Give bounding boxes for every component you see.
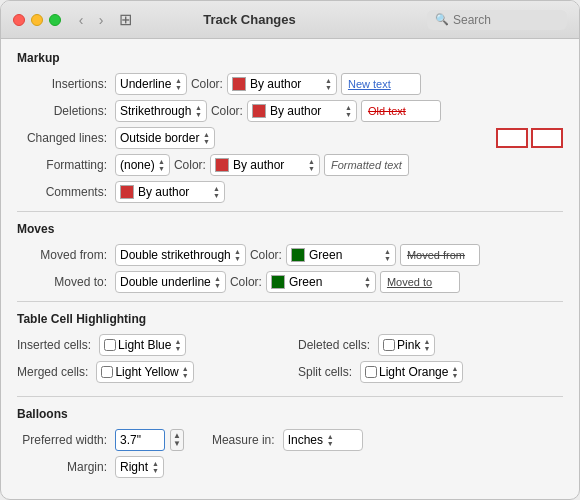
window: ‹ › ⊞ Track Changes 🔍 Markup Insertions:…	[0, 0, 580, 500]
insertions-stepper[interactable]: ▲▼	[175, 77, 182, 91]
split-cells-stepper[interactable]: ▲▼	[451, 365, 458, 379]
moved-from-preview: Moved from	[400, 244, 480, 266]
moved-from-color-stepper[interactable]: ▲▼	[384, 248, 391, 262]
minimize-button[interactable]	[31, 14, 43, 26]
inserted-cells-row: Inserted cells: Light Blue ▲▼	[17, 334, 282, 356]
moved-to-color-select[interactable]: Green ▲▼	[266, 271, 376, 293]
comments-color-value: By author	[138, 185, 208, 199]
merged-cells-select[interactable]: Light Yellow ▲▼	[96, 361, 193, 383]
insertions-color-select[interactable]: By author ▲▼	[227, 73, 337, 95]
moved-to-color-label: Color:	[230, 275, 262, 289]
moved-from-row: Moved from: Double strikethrough ▲▼ Colo…	[17, 244, 563, 266]
moved-to-select[interactable]: Double underline ▲▼	[115, 271, 226, 293]
deletions-color-value: By author	[270, 104, 340, 118]
maximize-button[interactable]	[49, 14, 61, 26]
formatting-color-stepper[interactable]: ▲▼	[308, 158, 315, 172]
insertions-color-value: By author	[250, 77, 320, 91]
balloons-width-row: Preferred width: ▲ ▼ Measure in: Inches …	[17, 429, 563, 451]
formatting-row: Formatting: (none) ▲▼ Color: By author ▲…	[17, 154, 563, 176]
deleted-cells-label: Deleted cells:	[298, 338, 370, 352]
preferred-width-input[interactable]	[115, 429, 165, 451]
insertions-color-label: Color:	[191, 77, 223, 91]
split-cells-checkbox[interactable]	[365, 366, 377, 378]
moved-to-row: Moved to: Double underline ▲▼ Color: Gre…	[17, 271, 563, 293]
merged-cells-label: Merged cells:	[17, 365, 88, 379]
deletions-dropdown[interactable]: Strikethrough	[120, 104, 192, 118]
merged-cells-checkbox-wrap	[101, 366, 113, 378]
measure-in-dropdown[interactable]: Inches	[288, 433, 324, 447]
deletions-color-select[interactable]: By author ▲▼	[247, 100, 357, 122]
moved-from-stepper[interactable]: ▲▼	[234, 248, 241, 262]
merged-cells-stepper[interactable]: ▲▼	[182, 365, 189, 379]
moved-from-preview-text: Moved from	[407, 249, 465, 261]
split-cells-row: Split cells: Light Orange ▲▼	[298, 361, 563, 383]
moved-from-color-label: Color:	[250, 248, 282, 262]
split-cells-checkbox-wrap	[365, 366, 377, 378]
changed-lines-label: Changed lines:	[17, 131, 107, 145]
deletions-color-stepper[interactable]: ▲▼	[345, 104, 352, 118]
moved-to-stepper[interactable]: ▲▼	[214, 275, 221, 289]
insertions-color-swatch	[232, 77, 246, 91]
deletions-stepper[interactable]: ▲▼	[195, 104, 202, 118]
formatting-stepper[interactable]: ▲▼	[158, 158, 165, 172]
comments-color-stepper[interactable]: ▲▼	[213, 185, 220, 199]
measure-in-stepper[interactable]: ▲▼	[327, 433, 334, 447]
split-cells-label: Split cells:	[298, 365, 352, 379]
comments-color-select[interactable]: By author ▲▼	[115, 181, 225, 203]
split-cells-select[interactable]: Light Orange ▲▼	[360, 361, 463, 383]
changed-lines-preview-box2	[531, 128, 563, 148]
deleted-cells-select[interactable]: Pink ▲▼	[378, 334, 435, 356]
inserted-cells-select[interactable]: Light Blue ▲▼	[99, 334, 186, 356]
deleted-cells-stepper[interactable]: ▲▼	[423, 338, 430, 352]
insertions-select[interactable]: Underline ▲▼	[115, 73, 187, 95]
formatting-color-swatch	[215, 158, 229, 172]
formatting-color-value: By author	[233, 158, 303, 172]
table-cell-grid: Inserted cells: Light Blue ▲▼ Merged cel…	[17, 334, 563, 388]
margin-dropdown[interactable]: Right	[120, 460, 149, 474]
margin-select[interactable]: Right ▲▼	[115, 456, 164, 478]
deletions-label: Deletions:	[17, 104, 107, 118]
insertions-dropdown[interactable]: Underline	[120, 77, 172, 91]
formatting-label: Formatting:	[17, 158, 107, 172]
moved-to-color-stepper[interactable]: ▲▼	[364, 275, 371, 289]
formatting-preview: Formatted text	[324, 154, 409, 176]
moved-from-dropdown[interactable]: Double strikethrough	[120, 248, 231, 262]
changed-lines-stepper[interactable]: ▲▼	[203, 131, 210, 145]
formatting-color-select[interactable]: By author ▲▼	[210, 154, 320, 176]
search-input[interactable]	[453, 13, 559, 27]
formatting-dropdown[interactable]: (none)	[120, 158, 155, 172]
changed-lines-dropdown[interactable]: Outside border	[120, 131, 200, 145]
comments-row: Comments: By author ▲▼	[17, 181, 563, 203]
inserted-cells-checkbox[interactable]	[104, 339, 116, 351]
formatting-color-label: Color:	[174, 158, 206, 172]
preferred-width-stepper[interactable]: ▲ ▼	[170, 429, 184, 451]
insertions-row: Insertions: Underline ▲▼ Color: By autho…	[17, 73, 563, 95]
inserted-cells-stepper[interactable]: ▲▼	[174, 338, 181, 352]
measure-in-label: Measure in:	[212, 433, 275, 447]
moved-from-color-select[interactable]: Green ▲▼	[286, 244, 396, 266]
inserted-cells-checkbox-wrap	[104, 339, 116, 351]
formatting-select[interactable]: (none) ▲▼	[115, 154, 170, 176]
inserted-cells-color: Light Blue	[118, 338, 171, 352]
moved-from-select[interactable]: Double strikethrough ▲▼	[115, 244, 246, 266]
table-cell-section-title: Table Cell Highlighting	[17, 312, 563, 326]
merged-cells-row: Merged cells: Light Yellow ▲▼	[17, 361, 282, 383]
inserted-cells-label: Inserted cells:	[17, 338, 91, 352]
measure-in-select[interactable]: Inches ▲▼	[283, 429, 363, 451]
margin-stepper[interactable]: ▲▼	[152, 460, 159, 474]
preferred-width-label: Preferred width:	[17, 433, 107, 447]
close-button[interactable]	[13, 14, 25, 26]
moved-to-preview-text: Moved to	[387, 276, 432, 288]
search-box[interactable]: 🔍	[427, 10, 567, 30]
deletions-select[interactable]: Strikethrough ▲▼	[115, 100, 207, 122]
insertions-color-stepper[interactable]: ▲▼	[325, 77, 332, 91]
moved-from-color-swatch	[291, 248, 305, 262]
changed-lines-select[interactable]: Outside border ▲▼	[115, 127, 215, 149]
moved-to-dropdown[interactable]: Double underline	[120, 275, 211, 289]
merged-cells-checkbox[interactable]	[101, 366, 113, 378]
merged-cells-color: Light Yellow	[115, 365, 178, 379]
deletions-color-swatch	[252, 104, 266, 118]
content: Markup Insertions: Underline ▲▼ Color: B…	[1, 39, 579, 499]
deleted-cells-checkbox[interactable]	[383, 339, 395, 351]
insertions-preview-text: New text	[348, 78, 391, 90]
